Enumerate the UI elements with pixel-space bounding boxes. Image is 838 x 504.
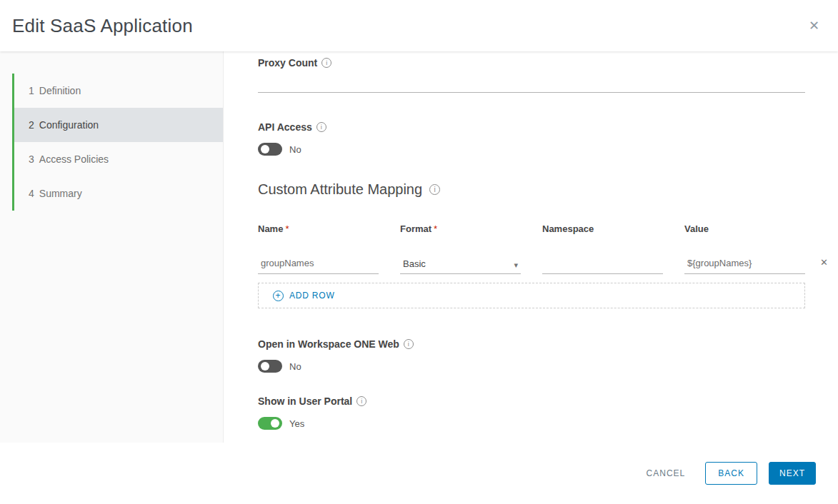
wizard-steps: 1 Definition 2 Configuration 3 Access Po… — [12, 74, 223, 211]
custom-attribute-mapping-title: Custom Attribute Mapping — [258, 181, 422, 198]
step-summary[interactable]: 4 Summary — [14, 176, 223, 211]
attribute-table-header: Name* Format* Namespace Value — [258, 223, 805, 234]
add-row-label: ADD ROW — [289, 291, 335, 301]
info-icon[interactable]: i — [321, 58, 331, 68]
format-selected-value: Basic — [403, 258, 426, 269]
custom-attribute-mapping-title-row: Custom Attribute Mapping i — [258, 181, 805, 198]
api-access-label: API Access — [258, 121, 312, 133]
close-icon[interactable]: ✕ — [806, 16, 822, 35]
column-label: Name — [258, 223, 283, 234]
show-portal-state: Yes — [289, 418, 304, 429]
attribute-table-row: Basic ▾ ✕ — [258, 253, 805, 274]
next-button[interactable]: NEXT — [769, 462, 816, 485]
dialog-title: Edit SaaS Application — [12, 15, 193, 37]
attribute-format-select[interactable]: Basic ▾ — [400, 253, 521, 274]
wizard-sidebar: 1 Definition 2 Configuration 3 Access Po… — [0, 51, 224, 443]
api-access-toggle-row: No — [258, 143, 805, 156]
required-marker: * — [434, 223, 437, 234]
step-label: Access Policies — [39, 153, 109, 165]
api-access-state: No — [289, 144, 301, 155]
attribute-name-input[interactable] — [258, 253, 379, 274]
column-label: Namespace — [542, 223, 594, 234]
attribute-namespace-input[interactable] — [542, 253, 663, 274]
step-number: 2 — [29, 119, 34, 131]
info-icon[interactable]: i — [429, 184, 440, 195]
required-marker: * — [285, 223, 289, 234]
proxy-count-label-row: Proxy Count i — [258, 57, 805, 69]
open-web-toggle-row: No — [258, 360, 805, 373]
step-label: Definition — [39, 85, 81, 96]
step-number: 1 — [29, 85, 34, 96]
show-portal-label-row: Show in User Portal i — [258, 395, 805, 407]
step-definition[interactable]: 1 Definition — [14, 74, 223, 108]
api-access-field: API Access i No — [258, 121, 805, 156]
plus-circle-icon: + — [273, 291, 284, 301]
attribute-value-input[interactable] — [684, 253, 805, 274]
cancel-button[interactable]: CANCEL — [639, 462, 693, 485]
dialog-body: 1 Definition 2 Configuration 3 Access Po… — [0, 51, 838, 443]
configuration-form: Proxy Count i API Access i No Custom Att… — [224, 51, 838, 443]
info-icon[interactable]: i — [316, 122, 326, 132]
chevron-down-icon: ▾ — [514, 261, 518, 269]
dialog-footer: CANCEL BACK NEXT — [0, 443, 838, 504]
column-header-namespace: Namespace — [542, 223, 663, 234]
open-in-workspace-one-web-field: Open in Workspace ONE Web i No — [258, 338, 805, 373]
proxy-count-field: Proxy Count i — [258, 57, 805, 93]
back-button[interactable]: BACK — [705, 462, 757, 485]
info-icon[interactable]: i — [404, 339, 414, 349]
step-configuration[interactable]: 2 Configuration — [14, 108, 223, 142]
dialog-header: Edit SaaS Application ✕ — [0, 0, 838, 51]
info-icon[interactable]: i — [356, 396, 366, 406]
step-label: Summary — [39, 188, 82, 199]
show-in-user-portal-field: Show in User Portal i Yes — [258, 395, 805, 430]
show-portal-toggle[interactable] — [258, 417, 282, 430]
step-label: Configuration — [39, 119, 99, 131]
open-web-toggle[interactable] — [258, 360, 282, 373]
open-web-label-row: Open in Workspace ONE Web i — [258, 338, 805, 350]
column-label: Format — [400, 223, 432, 234]
edit-saas-application-dialog: Edit SaaS Application ✕ 1 Definition 2 C… — [0, 0, 838, 504]
open-web-state: No — [289, 361, 301, 372]
api-access-toggle[interactable] — [258, 143, 282, 156]
show-portal-toggle-row: Yes — [258, 417, 805, 430]
step-number: 3 — [29, 153, 34, 165]
remove-row-icon[interactable]: ✕ — [819, 256, 829, 269]
column-header-name: Name* — [258, 223, 379, 234]
column-header-format: Format* — [400, 223, 521, 234]
add-row-button[interactable]: + ADD ROW — [273, 291, 335, 301]
column-label: Value — [684, 223, 709, 234]
column-header-value: Value — [684, 223, 805, 234]
step-number: 4 — [29, 188, 34, 199]
proxy-count-input[interactable] — [258, 69, 805, 93]
add-row-container: + ADD ROW — [258, 283, 805, 308]
open-web-label: Open in Workspace ONE Web — [258, 338, 399, 350]
step-access-policies[interactable]: 3 Access Policies — [14, 142, 223, 176]
api-access-label-row: API Access i — [258, 121, 805, 133]
proxy-count-label: Proxy Count — [258, 57, 317, 69]
show-portal-label: Show in User Portal — [258, 395, 352, 407]
